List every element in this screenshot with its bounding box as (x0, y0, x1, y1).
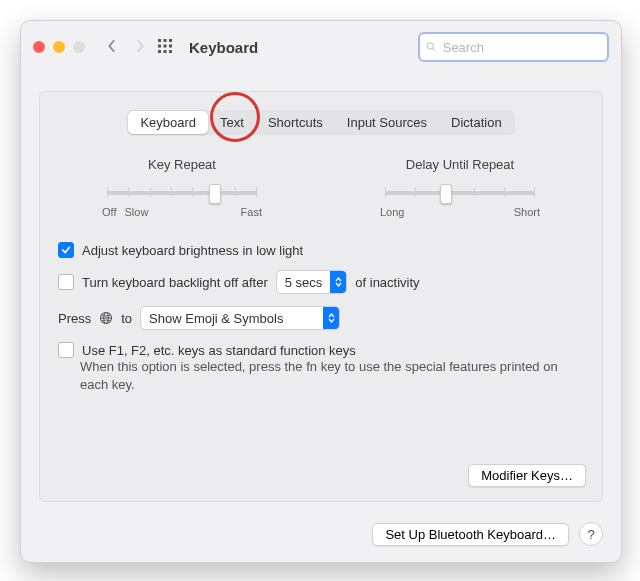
bluetooth-keyboard-button[interactable]: Set Up Bluetooth Keyboard… (372, 523, 569, 546)
forward-button (133, 39, 147, 56)
modifier-keys-button[interactable]: Modifier Keys… (468, 464, 586, 487)
svg-rect-5 (169, 44, 172, 47)
options: Adjust keyboard brightness in low light … (58, 242, 584, 393)
brightness-label: Adjust keyboard brightness in low light (82, 243, 303, 258)
globe-select[interactable]: Show Emoji & Symbols (140, 306, 340, 330)
segmented-control: Keyboard Text Shortcuts Input Sources Di… (127, 110, 514, 135)
preferences-window: Keyboard Keyboard Text Shortcuts Input S… (20, 20, 622, 563)
fnkeys-checkbox[interactable] (58, 342, 74, 358)
svg-rect-4 (164, 44, 167, 47)
svg-rect-8 (169, 50, 172, 53)
svg-line-10 (433, 48, 436, 51)
svg-rect-7 (164, 50, 167, 53)
window-title: Keyboard (189, 39, 258, 56)
stepper-arrows-icon (323, 307, 339, 329)
fnkeys-note: When this option is selected, press the … (80, 358, 560, 393)
globe-select-value: Show Emoji & Symbols (149, 311, 315, 326)
backlight-row: Turn keyboard backlight off after 5 secs… (58, 270, 584, 294)
backlight-suffix: of inactivity (355, 275, 419, 290)
svg-point-9 (427, 43, 433, 49)
search-icon (426, 41, 437, 53)
content-pane: Keyboard Text Shortcuts Input Sources Di… (39, 91, 603, 502)
stepper-arrows-icon (330, 271, 346, 293)
backlight-select-value: 5 secs (285, 275, 323, 290)
key-repeat-slider[interactable] (107, 182, 257, 202)
tab-text[interactable]: Text (208, 111, 256, 134)
backlight-checkbox[interactable] (58, 274, 74, 290)
modifier-keys-wrap: Modifier Keys… (468, 464, 586, 487)
zoom-icon (73, 41, 85, 53)
svg-rect-3 (158, 44, 161, 47)
minimize-icon[interactable] (53, 41, 65, 53)
globe-to: to (121, 311, 132, 326)
brightness-row: Adjust keyboard brightness in low light (58, 242, 584, 258)
svg-rect-6 (158, 50, 161, 53)
globe-row: Press to Show Emoji & Symbols (58, 306, 584, 330)
help-button[interactable]: ? (579, 522, 603, 546)
tab-bar: Keyboard Text Shortcuts Input Sources Di… (58, 110, 584, 135)
delay-slider[interactable] (385, 182, 535, 202)
svg-rect-1 (164, 39, 167, 42)
window-controls (33, 41, 85, 53)
delay-ends: Long Short (380, 206, 540, 218)
brightness-checkbox[interactable] (58, 242, 74, 258)
globe-prefix: Press (58, 311, 91, 326)
backlight-select[interactable]: 5 secs (276, 270, 348, 294)
toolbar: Keyboard (21, 21, 621, 73)
fnkeys-label: Use F1, F2, etc. keys as standard functi… (82, 343, 356, 358)
sliders-row: Key Repeat OffSlow Fast Delay Until Repe… (58, 157, 584, 218)
key-repeat-label: Key Repeat (148, 157, 216, 172)
close-icon[interactable] (33, 41, 45, 53)
fnkeys-block: Use F1, F2, etc. keys as standard functi… (58, 342, 584, 393)
back-button[interactable] (105, 39, 119, 56)
key-repeat-ends: OffSlow Fast (102, 206, 262, 218)
footer: Set Up Bluetooth Keyboard… ? (372, 522, 603, 546)
delay-label: Delay Until Repeat (406, 157, 514, 172)
nav-buttons (105, 39, 147, 56)
tab-keyboard[interactable]: Keyboard (128, 111, 208, 134)
backlight-prefix: Turn keyboard backlight off after (82, 275, 268, 290)
search-field[interactable] (418, 32, 609, 62)
tab-shortcuts[interactable]: Shortcuts (256, 111, 335, 134)
search-input[interactable] (441, 39, 601, 56)
all-prefs-icon[interactable] (157, 38, 173, 57)
tab-input-sources[interactable]: Input Sources (335, 111, 439, 134)
delay-block: Delay Until Repeat Long Short (360, 157, 560, 218)
globe-icon (99, 311, 113, 325)
svg-rect-2 (169, 39, 172, 42)
svg-rect-0 (158, 39, 161, 42)
tab-dictation[interactable]: Dictation (439, 111, 514, 134)
key-repeat-block: Key Repeat OffSlow Fast (82, 157, 282, 218)
